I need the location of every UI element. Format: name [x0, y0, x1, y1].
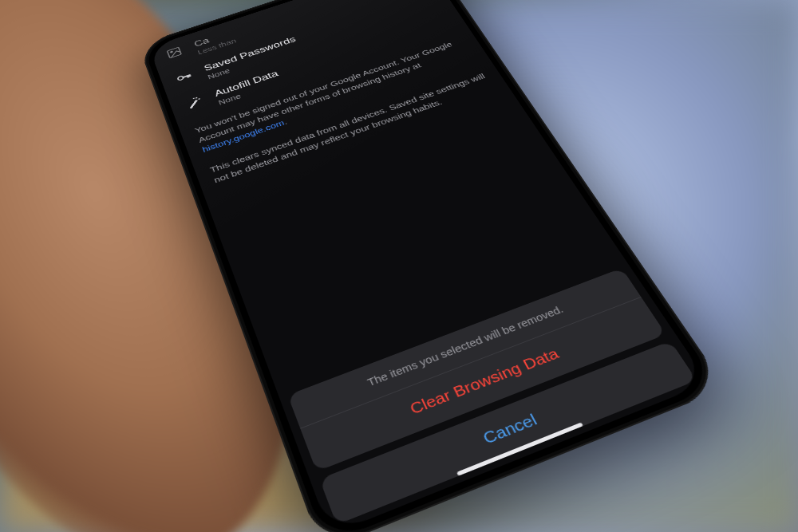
svg-point-8	[193, 97, 195, 98]
svg-point-7	[198, 98, 200, 100]
wand-icon	[184, 94, 205, 111]
svg-point-1	[170, 51, 172, 53]
key-icon	[173, 69, 194, 85]
image-icon	[164, 45, 185, 61]
svg-rect-0	[168, 47, 182, 58]
svg-rect-5	[189, 74, 191, 77]
svg-point-6	[196, 97, 197, 98]
list-item-text: Ca Less than	[193, 28, 238, 56]
